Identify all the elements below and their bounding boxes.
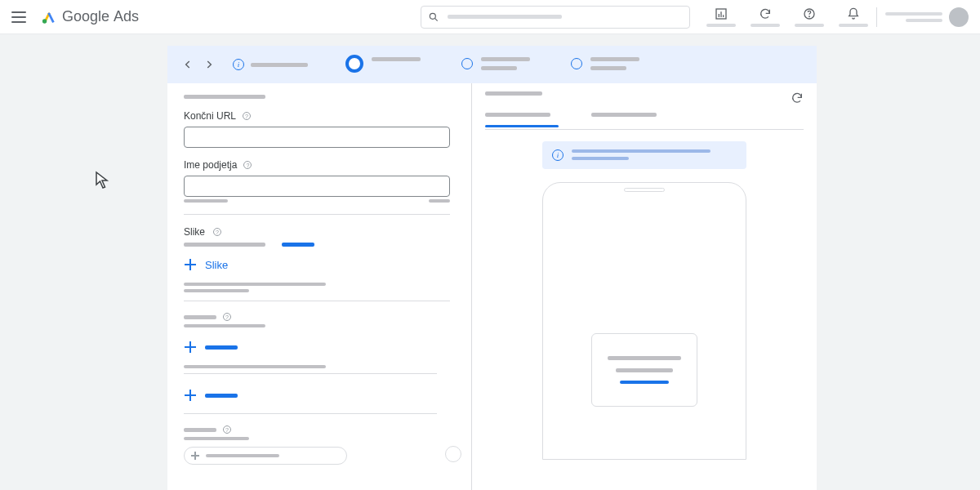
help-icon[interactable] (223, 313, 231, 321)
ad-preview-card (591, 333, 697, 407)
global-search-input[interactable] (421, 6, 690, 29)
add-item-a-button[interactable] (184, 337, 238, 357)
info-icon (552, 149, 564, 161)
step-1-current[interactable] (345, 57, 421, 73)
svg-point-8 (809, 16, 810, 17)
preview-tab-1-active[interactable] (485, 113, 559, 127)
bell-icon (847, 7, 860, 20)
add-item-b-button[interactable] (184, 385, 238, 405)
main-workspace: .steps { display:flex; gap: 50px; } .ste… (167, 46, 817, 490)
info-icon (233, 59, 244, 70)
svg-point-0 (42, 19, 47, 23)
header-tool-reports[interactable] (706, 7, 736, 27)
section-divider (184, 413, 437, 414)
add-pill-input[interactable] (184, 447, 347, 465)
help-icon[interactable] (223, 425, 231, 434)
stepper-back-button[interactable] (182, 59, 194, 70)
section-divider (184, 301, 450, 301)
header-tool-help[interactable] (795, 7, 824, 27)
header-tool-notifications[interactable] (839, 7, 868, 27)
account-switcher[interactable] (885, 7, 969, 27)
help-icon[interactable] (213, 228, 221, 236)
refresh-icon (759, 7, 772, 20)
subsection-c-label (184, 425, 455, 434)
mouse-cursor (93, 170, 113, 189)
final-url-label: Končni URL (184, 110, 236, 122)
tab-divider (485, 129, 804, 130)
header-tool-icons (706, 7, 868, 27)
search-placeholder (448, 15, 562, 19)
plus-icon (184, 341, 197, 354)
images-label: Slike (184, 226, 205, 238)
business-name-label: Ime podjetja (184, 159, 237, 171)
help-icon[interactable] (243, 161, 252, 169)
plus-icon (191, 452, 199, 460)
svg-point-1 (430, 13, 435, 19)
strength-indicator-placeholder (445, 446, 461, 462)
step-3[interactable] (571, 57, 639, 70)
hamburger-menu-icon[interactable] (11, 10, 26, 24)
plus-icon (184, 258, 197, 271)
images-subtab-1[interactable] (184, 243, 265, 247)
hint-text (184, 365, 326, 368)
step-2[interactable] (461, 57, 530, 70)
campaign-stepper (167, 46, 817, 83)
preview-tab-2[interactable] (591, 113, 665, 127)
stepper-context-chip (233, 59, 308, 70)
help-icon (803, 7, 816, 20)
final-url-input[interactable] (184, 127, 450, 148)
preview-refresh-button[interactable] (791, 91, 804, 105)
product-logo[interactable]: Google Ads (41, 8, 139, 25)
ad-preview-panel (471, 83, 817, 490)
stepper-forward-button[interactable] (203, 59, 215, 70)
help-icon[interactable] (243, 112, 251, 120)
hint-text (184, 283, 326, 286)
char-hint-left (184, 199, 228, 203)
product-name: Google Ads (62, 8, 139, 25)
search-icon (428, 11, 439, 23)
hint-text (184, 324, 265, 327)
preview-title (485, 91, 542, 96)
images-subtab-2-active[interactable] (282, 243, 314, 247)
global-header: Google Ads (0, 0, 980, 34)
mobile-preview-frame (542, 182, 746, 460)
add-images-button[interactable]: Slike (184, 255, 228, 274)
header-tool-refresh[interactable] (751, 7, 780, 27)
section-divider (184, 214, 450, 215)
form-title (184, 95, 265, 99)
user-avatar[interactable] (949, 7, 969, 27)
plus-icon (184, 389, 197, 402)
ad-creation-form: Končni URL Ime podjetja Slike (167, 83, 471, 490)
phone-notch (624, 188, 665, 192)
images-section-heading: Slike (184, 226, 455, 238)
hint-text (184, 289, 249, 292)
svg-line-2 (434, 18, 437, 20)
google-ads-logo-icon (41, 9, 57, 25)
hint-text (184, 437, 249, 440)
subsection-a-label (184, 313, 455, 321)
char-count-right (429, 199, 450, 203)
final-url-field-group: Končni URL (184, 110, 455, 148)
business-name-input[interactable] (184, 176, 450, 197)
account-name (885, 12, 942, 22)
preview-info-banner (542, 141, 746, 169)
pill-placeholder (206, 454, 279, 457)
header-divider (876, 7, 877, 27)
section-divider (184, 373, 437, 374)
business-name-field-group: Ime podjetja (184, 159, 455, 203)
reports-icon (715, 7, 728, 20)
